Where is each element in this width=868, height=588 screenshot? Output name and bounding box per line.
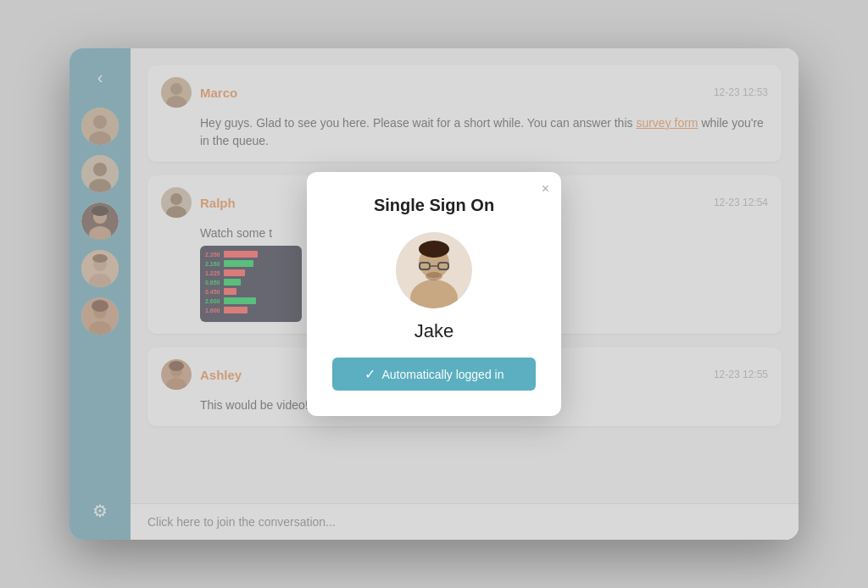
modal-user-avatar (396, 232, 472, 308)
svg-point-31 (419, 241, 449, 258)
auto-login-button[interactable]: ✓ Automatically logged in (332, 358, 536, 391)
login-button-label: Automatically logged in (382, 368, 504, 381)
app-frame: ‹ (70, 48, 798, 540)
sso-modal: × Single Sign On Jake (307, 172, 561, 416)
svg-point-35 (426, 272, 442, 280)
modal-user-name: Jake (415, 320, 453, 342)
modal-title: Single Sign On (374, 196, 494, 215)
modal-close-button[interactable]: × (542, 182, 549, 196)
checkmark-icon: ✓ (364, 366, 376, 382)
modal-overlay: × Single Sign On Jake (70, 48, 798, 540)
